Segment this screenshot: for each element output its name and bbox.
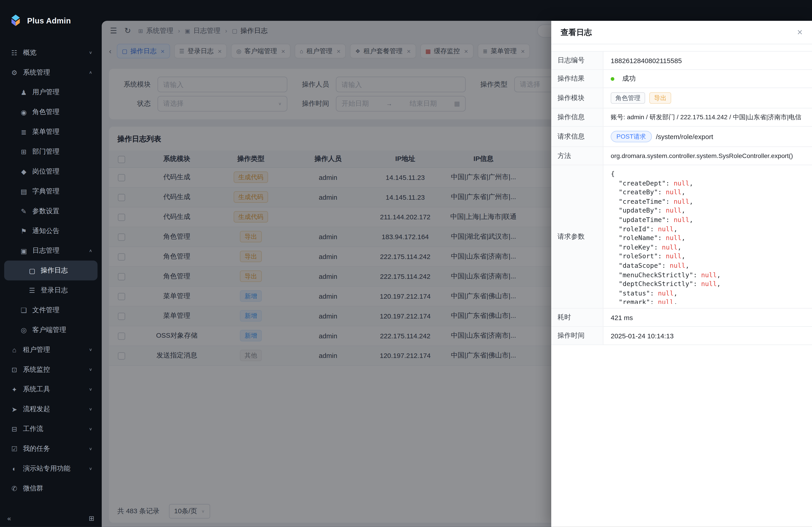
- request-params-code[interactable]: { "createDept": null, "createBy": null, …: [611, 169, 807, 304]
- method-value: org.dromara.system.controller.system.Sys…: [603, 147, 812, 165]
- detail-row-duration: 耗时 421 ms: [551, 308, 812, 327]
- result-value: 成功: [622, 74, 636, 84]
- sidebar-item-department[interactable]: ⊞ 部门管理: [4, 142, 98, 162]
- sidebar-item-process[interactable]: ➤ 流程发起 ∨: [4, 399, 98, 419]
- json-param-line: "menuCheckStrictly": null,: [611, 270, 807, 280]
- chevron-up-icon: ∧: [89, 70, 92, 75]
- detail-row-result: 操作结果 成功: [551, 70, 812, 88]
- json-param-line: "deptCheckStrictly": null,: [611, 280, 807, 289]
- log-icon: ▣: [20, 247, 28, 255]
- sidebar: Plus Admin ☷ 概览 ∨ ⚙ 系统管理 ∧ ♟ 用户管理 ◉ 角色管理…: [0, 0, 102, 527]
- app-logo[interactable]: Plus Admin: [0, 0, 102, 41]
- json-param-line: "createDept": null,: [611, 179, 807, 188]
- chevron-down-icon: ∨: [89, 367, 92, 372]
- sidebar-item-wechat[interactable]: ✆ 微信群: [4, 479, 98, 498]
- file-icon: ❏: [20, 306, 28, 314]
- sidebar-item-dictionary[interactable]: ▤ 字典管理: [4, 181, 98, 201]
- sidebar-item-parameter[interactable]: ✎ 参数设置: [4, 201, 98, 221]
- json-open-brace: {: [611, 169, 807, 179]
- operation-type-tag: 导出: [649, 92, 671, 104]
- dictionary-icon: ▤: [20, 187, 28, 195]
- wechat-icon: ✆: [10, 484, 18, 492]
- chevron-up-icon: ∧: [89, 249, 92, 253]
- detail-row-time: 操作时间 2025-01-24 10:14:13: [551, 327, 812, 345]
- task-icon: ☑: [10, 445, 18, 453]
- sidebar-item-system[interactable]: ⚙ 系统管理 ∧: [4, 62, 98, 82]
- detail-row-method: 方法 org.dromara.system.controller.system.…: [551, 147, 812, 165]
- detail-row-info: 操作信息 账号: admin / 研发部门 / 222.175.114.242 …: [551, 108, 812, 127]
- sidebar-item-operation-log[interactable]: ▢ 操作日志: [4, 260, 98, 281]
- sidebar-item-task[interactable]: ☑ 我的任务 ∨: [4, 439, 98, 459]
- sidebar-item-role[interactable]: ◉ 角色管理: [4, 102, 98, 122]
- chevron-down-icon: ∨: [89, 427, 92, 431]
- drawer-title: 查看日志: [561, 27, 592, 37]
- log-id-value: 1882612840802115585: [603, 51, 812, 70]
- sidebar-item-workflow[interactable]: ⊟ 工作流 ∨: [4, 419, 98, 439]
- success-status-dot: [611, 77, 614, 80]
- sidebar-item-menu[interactable]: ≣ 菜单管理: [4, 122, 98, 142]
- sidebar-item-post[interactable]: ◆ 岗位管理: [4, 162, 98, 181]
- json-param-line: "updateTime": null,: [611, 215, 807, 225]
- panel-toggle-icon[interactable]: ⊞: [89, 514, 94, 522]
- sidebar-item-monitor[interactable]: ⊡ 系统监控 ∨: [4, 360, 98, 379]
- view-log-drawer: 查看日志 × 日志编号 1882612840802115585 操作结果 成功 …: [551, 21, 812, 527]
- drawer-body: 日志编号 1882612840802115585 操作结果 成功 操作模块 角色…: [551, 44, 812, 527]
- chevron-down-icon: ∨: [89, 348, 92, 352]
- sidebar-item-user[interactable]: ♟ 用户管理: [4, 82, 98, 102]
- json-param-line: "roleKey": null,: [611, 243, 807, 252]
- chevron-down-icon: ∨: [89, 50, 92, 55]
- sidebar-menu: ☷ 概览 ∨ ⚙ 系统管理 ∧ ♟ 用户管理 ◉ 角色管理 ≣ 菜单管理 ⊞ 部…: [0, 41, 102, 509]
- detail-row-params: 请求参数 { "createDept": null, "createBy": n…: [551, 165, 812, 308]
- json-param-line: "status": null,: [611, 288, 807, 298]
- workflow-icon: ⊟: [10, 425, 18, 433]
- sidebar-item-tenant[interactable]: ⌂ 租户管理 ∨: [4, 340, 98, 360]
- overview-icon: ☷: [10, 49, 18, 57]
- json-param-line: "remark": null,: [611, 298, 807, 304]
- sidebar-footer: « ⊞: [0, 509, 102, 527]
- duration-value: 421 ms: [603, 308, 812, 326]
- role-icon: ◉: [20, 108, 28, 116]
- json-param-line: "roleId": null,: [611, 225, 807, 234]
- menu-icon: ≣: [20, 128, 28, 136]
- chevron-down-icon: ∨: [89, 466, 92, 471]
- tool-icon: ✦: [10, 386, 18, 393]
- sidebar-item-login-log[interactable]: ☰ 登录日志: [4, 281, 98, 300]
- json-param-line: "roleSort": null,: [611, 252, 807, 261]
- operation-time-value: 2025-01-24 10:14:13: [603, 327, 812, 345]
- json-param-line: "createTime": null,: [611, 197, 807, 206]
- chevron-down-icon: ∨: [89, 407, 92, 411]
- module-tag: 角色管理: [611, 92, 645, 104]
- parameter-icon: ✎: [20, 207, 28, 215]
- login-log-icon: ☰: [28, 286, 36, 295]
- collapse-sidebar-icon[interactable]: «: [7, 514, 11, 522]
- sidebar-item-log[interactable]: ▣ 日志管理 ∧: [4, 241, 98, 260]
- logo-icon: [10, 14, 22, 26]
- json-param-line: "roleName": null,: [611, 234, 807, 243]
- user-icon: ♟: [20, 88, 28, 96]
- client-icon: ◎: [20, 326, 28, 334]
- sidebar-item-tool[interactable]: ✦ 系统工具 ∨: [4, 379, 98, 399]
- tenant-icon: ⌂: [10, 346, 18, 353]
- process-icon: ➤: [10, 405, 18, 413]
- sidebar-item-demo[interactable]: ◐ 演示站专用功能 ∨: [4, 459, 98, 479]
- department-icon: ⊞: [20, 148, 28, 155]
- chevron-down-icon: ∨: [89, 387, 92, 392]
- json-param-line: "updateBy": null,: [611, 206, 807, 215]
- operation-info-value: 账号: admin / 研发部门 / 222.175.114.242 / 中国|…: [603, 108, 812, 126]
- request-url: /system/role/export: [656, 133, 713, 140]
- notice-icon: ⚑: [20, 227, 28, 235]
- app-title: Plus Admin: [27, 16, 71, 25]
- json-param-lines: "createDept": null, "createBy": null, "c…: [611, 179, 807, 304]
- sidebar-item-client[interactable]: ◎ 客户端管理: [4, 320, 98, 340]
- http-method-tag: POST请求: [611, 131, 652, 142]
- sidebar-item-overview[interactable]: ☷ 概览 ∨: [4, 43, 98, 63]
- monitor-icon: ⊡: [10, 366, 18, 374]
- sidebar-item-file[interactable]: ❏ 文件管理: [4, 300, 98, 320]
- drawer-header: 查看日志 ×: [551, 21, 812, 44]
- detail-row-request: 请求信息 POST请求 /system/role/export: [551, 127, 812, 147]
- close-icon[interactable]: ×: [797, 28, 802, 37]
- log-detail-table: 日志编号 1882612840802115585 操作结果 成功 操作模块 角色…: [551, 51, 812, 345]
- post-icon: ◆: [20, 167, 28, 175]
- sidebar-item-notice[interactable]: ⚑ 通知公告: [4, 221, 98, 241]
- app-root: Plus Admin ☷ 概览 ∨ ⚙ 系统管理 ∧ ♟ 用户管理 ◉ 角色管理…: [0, 0, 812, 527]
